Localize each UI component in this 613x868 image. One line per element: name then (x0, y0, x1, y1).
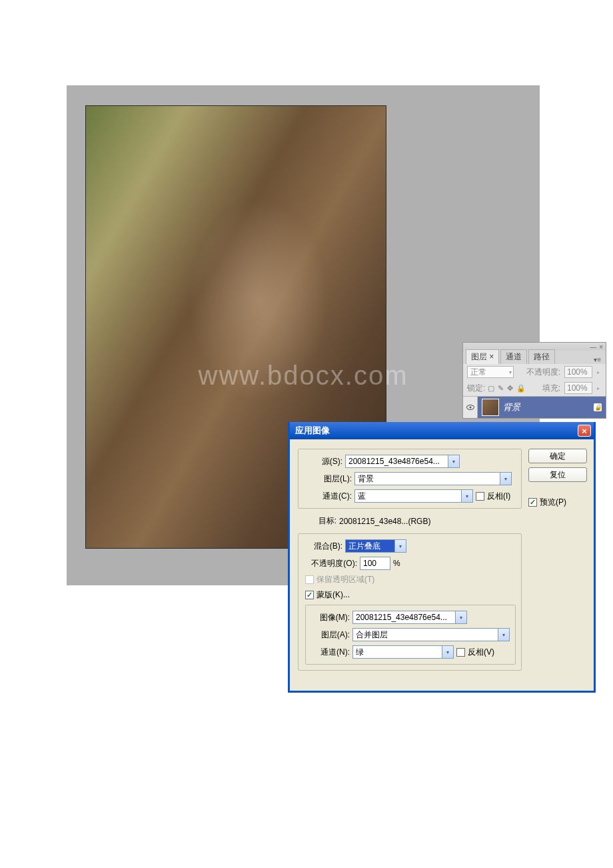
layer-row-bg[interactable]: 背景 🔒 (463, 397, 606, 418)
source-value: 20081215_43e4876e54... (348, 457, 448, 466)
opacity-value[interactable]: 100% (564, 366, 592, 378)
mask-image-value: 20081215_43e4876e54... (356, 613, 455, 622)
mask-layer-select[interactable]: 合并图层 ▾ (352, 628, 510, 641)
apply-image-dialog: 应用图像 × 源(S): 20081215_43e4876e54... ▾ 图层… (288, 422, 596, 693)
lock-icons: ▢ ✎ ✥ 🔒 (488, 384, 526, 393)
mask-image-select[interactable]: 20081215_43e4876e54... ▾ (352, 611, 467, 624)
blending-group: 混合(B): 正片叠底 ▾ 不透明度(O): 100 % 保留透明区域(T) (298, 533, 522, 671)
target-label: 目标: (299, 515, 336, 527)
target-value: 20081215_43e48...(RGB) (339, 517, 430, 526)
dialog-titlebar[interactable]: 应用图像 × (290, 422, 594, 439)
layer-lock-icon: 🔒 (594, 403, 602, 411)
source-invert-label: 反相(I) (487, 491, 510, 502)
eye-icon (466, 405, 474, 410)
source-layer-label: 图层(L): (305, 473, 352, 485)
mask-layer-value: 合并图层 (356, 629, 498, 641)
panel-menu-icon[interactable]: ▾≡ (592, 355, 603, 364)
chevron-down-icon: ▾ (498, 629, 509, 641)
source-label: 源(S): (305, 456, 342, 467)
source-channel-value: 蓝 (358, 491, 461, 502)
blend-opacity-value: 100 (363, 559, 376, 568)
source-layer-value: 背景 (358, 473, 500, 485)
visibility-toggle[interactable] (463, 397, 478, 418)
chevron-down-icon: ▾ (394, 540, 406, 552)
ok-button[interactable]: 确定 (528, 449, 587, 463)
source-group: 源(S): 20081215_43e4876e54... ▾ 图层(L): 背景… (298, 449, 522, 509)
blend-mode-select[interactable]: 正常 ▾ (467, 366, 514, 378)
tab-layers[interactable]: 图层 × (466, 349, 499, 364)
lock-move-icon[interactable]: ✥ (507, 384, 513, 393)
source-channel-label: 通道(C): (305, 491, 352, 502)
preserve-trans-checkbox (305, 575, 314, 584)
panel-minimize-icon[interactable]: — (590, 343, 596, 351)
source-layer-select[interactable]: 背景 ▾ (354, 472, 512, 485)
preview-checkbox[interactable]: ✓ (528, 498, 537, 507)
source-channel-select[interactable]: 蓝 ▾ (354, 489, 473, 503)
mask-channel-label: 通道(N): (312, 647, 350, 658)
chevron-down-icon: ▾ (461, 490, 472, 502)
dialog-title: 应用图像 (295, 425, 330, 437)
fill-flyout-icon[interactable]: ▸ (595, 385, 602, 391)
layer-list: 背景 🔒 (463, 396, 606, 418)
source-select[interactable]: 20081215_43e4876e54... ▾ (345, 455, 460, 468)
lock-transparent-icon[interactable]: ▢ (488, 384, 494, 393)
panel-tabs: 图层 × 通道 路径 ▾≡ (463, 351, 606, 364)
mask-checkbox[interactable]: ✓ (305, 591, 314, 599)
opacity-flyout-icon[interactable]: ▸ (595, 369, 602, 375)
blend-opacity-input[interactable]: 100 (360, 557, 390, 570)
tab-paths[interactable]: 路径 (528, 349, 555, 364)
mask-invert-label: 反相(V) (468, 647, 494, 658)
preview-label: 预览(P) (540, 497, 566, 508)
source-invert-checkbox[interactable] (476, 492, 484, 501)
chevron-down-icon: ▾ (500, 473, 511, 485)
mask-label: 蒙版(K)... (316, 589, 350, 601)
reset-button[interactable]: 复位 (528, 467, 587, 482)
lock-label: 锁定: (467, 383, 485, 394)
chevron-down-icon: ▾ (455, 611, 466, 623)
chevron-down-icon: ▾ (448, 455, 459, 467)
opacity-label: 不透明度: (526, 367, 560, 378)
blend-mode-value: 正常 (470, 367, 486, 378)
mask-layer-label: 图层(A): (312, 629, 350, 641)
workspace: www.bdocx.com — × 图层 × 通道 路径 ▾≡ 正常 ▾ 不透明… (67, 85, 540, 585)
chevron-down-icon: ▾ (442, 646, 453, 658)
mask-image-label: 图像(M): (312, 612, 350, 623)
mask-group: 图像(M): 20081215_43e4876e54... ▾ 图层(A): 合… (305, 605, 516, 665)
preserve-trans-label: 保留透明区域(T) (316, 574, 374, 585)
dialog-close-button[interactable]: × (578, 425, 591, 437)
percent-sign: % (393, 559, 400, 568)
fill-value[interactable]: 100% (564, 382, 592, 394)
chevron-down-icon: ▾ (509, 369, 512, 375)
mask-channel-select[interactable]: 绿 ▾ (352, 645, 454, 659)
mask-invert-checkbox[interactable] (456, 648, 465, 657)
layers-panel: — × 图层 × 通道 路径 ▾≡ 正常 ▾ 不透明度: 100% ▸ 锁定: … (462, 342, 606, 419)
tab-channels[interactable]: 通道 (500, 349, 527, 364)
blend-label: 混合(B): (305, 541, 342, 552)
blend-value: 正片叠底 (348, 541, 394, 552)
fill-label: 填充: (542, 383, 560, 394)
blend-opacity-label: 不透明度(O): (305, 558, 357, 569)
lock-all-icon[interactable]: 🔒 (516, 384, 526, 393)
layer-thumbnail[interactable] (482, 399, 499, 416)
lock-brush-icon[interactable]: ✎ (498, 384, 504, 393)
mask-channel-value: 绿 (356, 647, 442, 658)
layer-name: 背景 (503, 401, 520, 413)
panel-close-icon[interactable]: × (599, 343, 603, 351)
blend-select[interactable]: 正片叠底 ▾ (345, 539, 406, 553)
